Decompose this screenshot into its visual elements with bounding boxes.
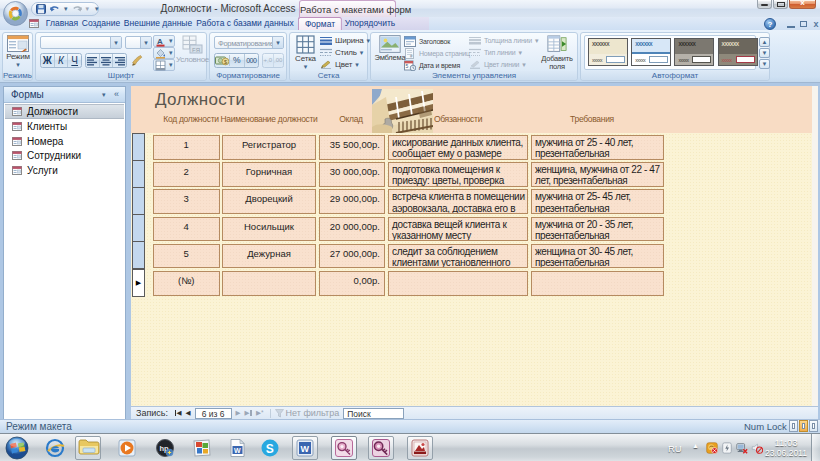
date-time-button[interactable]: 5Дата и время: [404, 60, 460, 71]
align-left-icon[interactable]: [86, 54, 100, 67]
cell-requirements[interactable]: мужчина от 20 - 35 лет, презентабельная: [531, 217, 664, 242]
cell-name[interactable]: Дворецкий: [222, 189, 316, 214]
help-icon[interactable]: ?: [764, 18, 776, 30]
nav-item-1[interactable]: Клиенты: [5, 119, 124, 134]
number-format-combo[interactable]: Форматирование▾: [214, 36, 284, 49]
cell-requirements[interactable]: мужчина от 25- 45 лет, презентабельная: [531, 189, 664, 214]
tab-arrange[interactable]: Упорядочить: [339, 17, 402, 30]
cell-code[interactable]: 4: [153, 217, 220, 242]
record-position-box[interactable]: 6 из 6: [195, 408, 232, 419]
cell-salary[interactable]: 30 000,00р.: [319, 162, 385, 187]
autoformat-style-2[interactable]: XXXXXX xxxxx: [631, 38, 671, 66]
format-painter-icon[interactable]: [131, 54, 143, 66]
font-size-combo[interactable]: ▾: [125, 36, 152, 49]
tray-expand-icon[interactable]: ▲: [692, 442, 699, 449]
cell-requirements[interactable]: [531, 271, 664, 296]
window-maximize-button[interactable]: [773, 0, 788, 9]
nav-item-4[interactable]: Услуги: [5, 163, 124, 178]
cell-duties[interactable]: следит за соблюдением клиентами установл…: [388, 244, 528, 269]
italic-button[interactable]: К: [55, 54, 69, 67]
increase-decimals-icon[interactable]: +,0: [263, 54, 274, 67]
view-mode-button[interactable]: Режим▾: [5, 35, 31, 69]
tab-database-tools[interactable]: Работа с базами данных: [190, 17, 299, 30]
cell-requirements[interactable]: женщина, мужчина от 22 - 47 лет, презент…: [531, 162, 664, 187]
cell-code[interactable]: 5: [153, 244, 220, 269]
document-minimize-icon[interactable]: [786, 20, 796, 29]
nav-item-3[interactable]: Сотрудники: [5, 148, 124, 163]
navigation-pane-header[interactable]: Формы ▾ «: [4, 87, 125, 103]
cell-name[interactable]: Дежурная: [222, 244, 316, 269]
autoformat-scroll-down-icon[interactable]: ▼: [759, 48, 770, 58]
tab-format[interactable]: Формат: [298, 17, 342, 30]
cell-name[interactable]: Носильщик: [222, 217, 316, 242]
align-center-icon[interactable]: [100, 54, 114, 67]
taskbar-word-document-icon[interactable]: W: [227, 438, 247, 458]
cell-salary[interactable]: 35 500,00р.: [319, 135, 385, 160]
redo-dropdown-icon[interactable]: ▾: [86, 5, 90, 13]
undo-icon[interactable]: [49, 4, 61, 14]
autoformat-style-1[interactable]: XXXXXX xxxxx: [588, 38, 628, 66]
taskbar-hp-app-icon[interactable]: hp: [155, 438, 175, 458]
search-input[interactable]: Поиск: [343, 408, 404, 419]
taskbar-access-icon[interactable]: [334, 438, 354, 458]
start-button[interactable]: [5, 436, 29, 460]
font-name-dropdown-icon[interactable]: ▾: [110, 37, 121, 48]
autoformat-style-4[interactable]: XXXXXX xxxxx: [718, 38, 758, 66]
autoformat-scroll-up-icon[interactable]: ▲: [759, 37, 770, 47]
taskbar-windows-explorer-icon[interactable]: [78, 438, 98, 458]
cell-name[interactable]: [222, 271, 316, 296]
taskbar-access-2-icon[interactable]: [371, 438, 391, 458]
conditional-formatting-button[interactable]: FЯУсловное: [176, 35, 209, 64]
show-desktop-button[interactable]: [811, 434, 820, 461]
grid-style-button[interactable]: Стиль▾: [320, 48, 363, 57]
thousands-icon[interactable]: 000: [245, 54, 259, 67]
nav-item-0[interactable]: Должности: [5, 104, 124, 119]
font-color-button[interactable]: A▾: [153, 35, 175, 47]
decrease-decimals-icon[interactable]: ,00: [274, 54, 284, 67]
grid-color-button[interactable]: Цвет▾: [320, 60, 359, 69]
navpane-collapse-icon[interactable]: «: [114, 87, 119, 102]
page-numbers-button[interactable]: #Номера страниц: [404, 48, 470, 59]
next-record-icon[interactable]: ▶: [234, 409, 243, 417]
cell-salary[interactable]: 0,00р.: [319, 271, 385, 296]
tray-volume-muted-icon[interactable]: [751, 442, 763, 454]
taskbar-media-player-icon[interactable]: [117, 438, 137, 458]
line-thickness-button[interactable]: Толщина линии▾: [469, 36, 539, 45]
document-restore-icon[interactable]: [799, 20, 809, 29]
grid-width-button[interactable]: Ширина▾: [320, 36, 370, 45]
bold-button[interactable]: Ж: [41, 54, 55, 67]
previous-record-icon[interactable]: ◀: [184, 409, 193, 417]
taskbar-word-icon[interactable]: W: [295, 438, 315, 458]
cell-duties[interactable]: доставка вещей клиента к указанному мест…: [388, 217, 528, 242]
cell-duties[interactable]: [388, 271, 528, 296]
undo-dropdown-icon[interactable]: ▾: [64, 5, 68, 13]
cell-code[interactable]: (№): [153, 271, 220, 296]
cell-duties[interactable]: встреча клиента в помещении аэровокзала,…: [388, 189, 528, 214]
first-record-icon[interactable]: ◀: [172, 409, 184, 417]
cell-name[interactable]: Регистратор: [222, 135, 316, 160]
tab-external-data[interactable]: Внешние данные: [118, 17, 198, 30]
nav-item-2[interactable]: Номера: [5, 134, 124, 149]
autoformat-style-3[interactable]: XXXXXX xxxxx: [674, 38, 714, 66]
office-button[interactable]: [3, 1, 28, 26]
currency-icon[interactable]: $: [215, 55, 230, 66]
language-indicator[interactable]: RU: [668, 443, 682, 454]
underline-button[interactable]: Ч: [68, 54, 81, 67]
tray-clock[interactable]: 11:0323.06.2011: [764, 437, 808, 459]
form-title-button[interactable]: Заголовок: [404, 36, 450, 47]
add-fields-button[interactable]: Добавить поля: [537, 35, 577, 71]
record-selector[interactable]: [132, 241, 145, 269]
document-close-icon[interactable]: x: [811, 20, 820, 29]
align-right-icon[interactable]: [113, 54, 126, 67]
tray-power-icon[interactable]: [721, 442, 733, 454]
taskbar-skype-icon[interactable]: S: [260, 438, 280, 458]
cell-code[interactable]: 3: [153, 189, 220, 214]
font-size-dropdown-icon[interactable]: ▾: [140, 37, 151, 48]
record-selector[interactable]: [132, 160, 145, 188]
form-view-button[interactable]: [789, 420, 798, 432]
window-minimize-button[interactable]: [757, 0, 772, 9]
cell-duties[interactable]: иксирование данных клиента, сообщает ему…: [388, 135, 528, 160]
redo-icon[interactable]: [71, 4, 83, 14]
cell-code[interactable]: 2: [153, 162, 220, 187]
autoformat-more-icon[interactable]: ▼: [759, 59, 770, 69]
